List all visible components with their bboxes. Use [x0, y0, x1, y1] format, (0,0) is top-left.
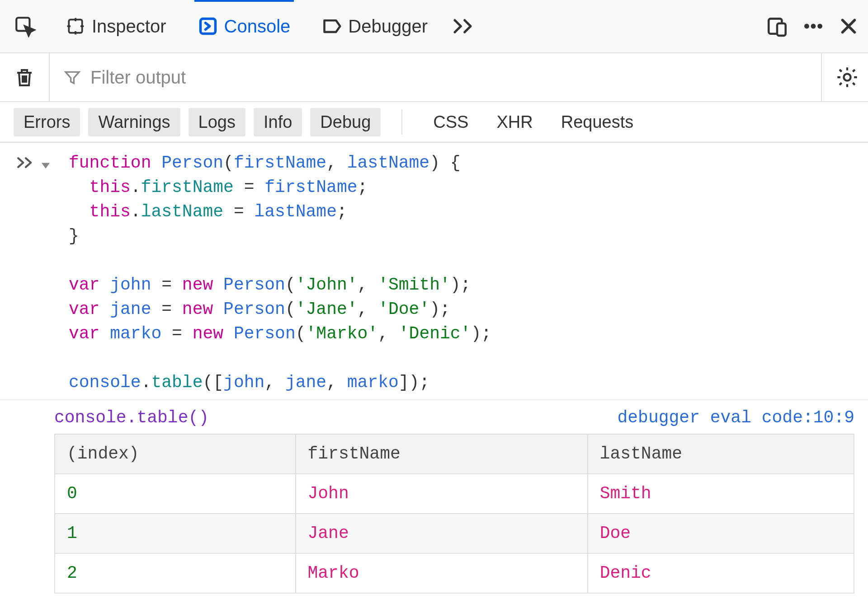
table-row: 1 Jane Doe — [55, 514, 854, 553]
console-body: function Person(firstName, lastName) { t… — [0, 143, 868, 594]
table-header-row: (index) firstName lastName — [55, 434, 854, 474]
table-row: 2 Marko Denic — [55, 553, 854, 593]
table-cell-index: 2 — [55, 553, 296, 593]
meatball-menu-button[interactable] — [802, 15, 825, 37]
tab-inspector-label: Inspector — [92, 16, 166, 37]
filter-requests-button[interactable]: Requests — [551, 108, 644, 136]
filter-debug-button[interactable]: Debug — [310, 108, 381, 136]
svg-point-17 — [844, 74, 850, 80]
filter-icon — [63, 68, 81, 86]
svg-point-9 — [804, 24, 809, 29]
table-cell-firstname: Marko — [296, 553, 588, 593]
element-picker-button[interactable] — [9, 15, 50, 37]
responsive-mode-button[interactable] — [766, 15, 788, 37]
code-block: function Person(firstName, lastName) { t… — [69, 151, 491, 395]
category-divider — [401, 109, 402, 135]
filter-input-wrap — [50, 67, 821, 88]
devtools-toolbar: Inspector Console Debugger — [0, 0, 868, 53]
input-chevrons-icon — [16, 154, 35, 178]
console-input-entry[interactable]: function Person(firstName, lastName) { t… — [0, 143, 868, 400]
svg-point-11 — [817, 24, 822, 29]
tabs-overflow-button[interactable] — [443, 0, 484, 53]
filter-warnings-button[interactable]: Warnings — [88, 108, 180, 136]
console-table-output: (index) firstName lastName 0 John Smith … — [54, 434, 854, 594]
toolbar-left-group: Inspector Console Debugger — [9, 0, 484, 53]
tab-debugger-label: Debugger — [348, 16, 428, 37]
collapse-triangle-icon[interactable] — [41, 154, 51, 178]
filter-css-button[interactable]: CSS — [423, 108, 478, 136]
table-header-index[interactable]: (index) — [55, 434, 296, 474]
tab-console-label: Console — [224, 16, 291, 37]
close-devtools-button[interactable] — [838, 16, 859, 37]
clear-console-button[interactable] — [9, 53, 50, 101]
svg-point-10 — [811, 24, 816, 29]
table-header-lastname[interactable]: lastName — [588, 434, 854, 474]
prompt-icons — [16, 151, 69, 395]
tab-inspector[interactable]: Inspector — [50, 0, 182, 53]
table-cell-lastname: Doe — [588, 514, 854, 553]
output-call-label: console.table() — [54, 406, 209, 430]
svg-rect-1 — [69, 19, 82, 33]
table-cell-firstname: John — [296, 474, 588, 514]
table-row: 0 John Smith — [55, 474, 854, 514]
table-cell-lastname: Smith — [588, 474, 854, 514]
filter-xhr-button[interactable]: XHR — [486, 108, 542, 136]
filter-info-button[interactable]: Info — [254, 108, 302, 136]
table-cell-firstname: Jane — [296, 514, 588, 553]
categories-row: Errors Warnings Logs Info Debug CSS XHR … — [0, 102, 868, 143]
table-header-firstname[interactable]: firstName — [296, 434, 588, 474]
filter-input[interactable] — [90, 67, 362, 88]
toolbar-right-group — [766, 15, 859, 37]
filter-row — [0, 53, 868, 102]
svg-rect-8 — [777, 23, 786, 36]
output-header: console.table() debugger eval code:10:9 — [0, 400, 868, 434]
table-cell-index: 1 — [55, 514, 296, 553]
tab-console[interactable]: Console — [182, 0, 307, 53]
tab-debugger[interactable]: Debugger — [306, 0, 443, 53]
output-source-link[interactable]: debugger eval code:10:9 — [618, 406, 855, 430]
table-cell-lastname: Denic — [588, 553, 854, 593]
console-settings-button[interactable] — [821, 53, 859, 101]
table-cell-index: 0 — [55, 474, 296, 514]
filter-logs-button[interactable]: Logs — [189, 108, 245, 136]
filter-errors-button[interactable]: Errors — [14, 108, 80, 136]
